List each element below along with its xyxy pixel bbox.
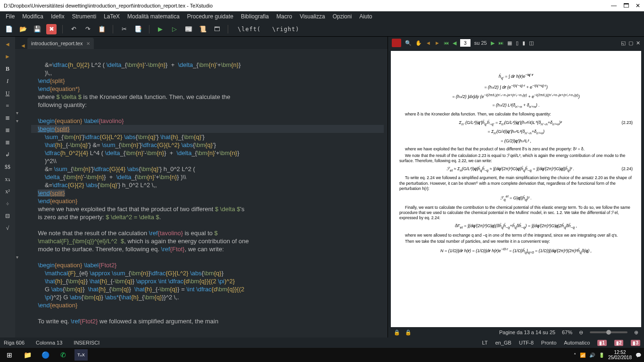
copy-icon[interactable]: 📋 bbox=[97, 24, 107, 34]
pdf-prev-icon[interactable]: ◀ bbox=[453, 40, 456, 46]
pdf-close-icon[interactable]: ✕ bbox=[636, 40, 640, 46]
emph-icon[interactable]: ≡ bbox=[2, 101, 13, 110]
menu-wizards[interactable]: Procedure guidate bbox=[187, 13, 233, 20]
pdf-next-icon[interactable]: ▶ bbox=[491, 40, 495, 46]
pdf-fwd-icon[interactable]: ► bbox=[435, 40, 440, 46]
window-title: D:\Dropbox\Università\tesi dewetting\int… bbox=[4, 3, 213, 8]
menu-options[interactable]: Opzioni bbox=[332, 13, 352, 20]
menu-tools[interactable]: Strumenti bbox=[72, 13, 96, 20]
new-file-icon[interactable]: 📄 bbox=[4, 24, 14, 34]
pdf-text: To write eq. 2.24 we followed a simplifi… bbox=[399, 175, 633, 191]
tray-volume-icon[interactable]: 🔊 bbox=[589, 353, 595, 358]
pdf-cont-icon[interactable]: ▮ bbox=[522, 40, 525, 46]
pdf-record-icon[interactable] bbox=[392, 39, 401, 47]
whatsapp-icon[interactable]: ✆ bbox=[57, 349, 70, 361]
texstudio-icon[interactable]: TₑX bbox=[74, 349, 88, 361]
pdf-equation: N = (1/Ω)∫dr h(r) = (1/Ω)∫dr h(r)e−i0·r … bbox=[399, 247, 633, 255]
align-l-icon[interactable]: ≣ bbox=[2, 113, 13, 123]
pdf-single-icon[interactable]: ▯ bbox=[516, 40, 519, 46]
nav-fwd-icon[interactable]: ► bbox=[2, 52, 13, 61]
pdf-dual-icon[interactable]: ◫ bbox=[529, 40, 534, 46]
menu-edit[interactable]: Modifica bbox=[22, 13, 43, 20]
bookmark-3[interactable]: ▮3 bbox=[631, 340, 640, 346]
windows-taskbar[interactable]: ⊞ 📁 🔵 ✆ TₑX ˄ 📶 🔊 🔋 12:52 25/02/2018 💬 bbox=[0, 348, 644, 362]
menu-help[interactable]: Aiuto bbox=[359, 13, 372, 20]
log-icon[interactable]: 📜 bbox=[198, 24, 208, 34]
code-editor[interactable]: &=\dfrac{h_0}{2} L^2 ( \delta_{\bm{n}'-\… bbox=[15, 49, 388, 337]
pdf-back-icon[interactable]: ◄ bbox=[426, 40, 431, 46]
menu-math[interactable]: Modalità matematica bbox=[127, 13, 180, 20]
status-enc[interactable]: UTF-8 bbox=[519, 340, 534, 346]
dfrac-icon[interactable]: ⊟ bbox=[2, 211, 13, 221]
pdf-text: Finally, we want to calculate the contri… bbox=[399, 205, 633, 221]
status-auto[interactable]: Automatico bbox=[564, 340, 590, 346]
italic-icon[interactable]: I bbox=[2, 76, 13, 86]
menu-latex[interactable]: LaTeX bbox=[104, 13, 120, 20]
tray-battery-icon[interactable]: 🔋 bbox=[599, 353, 604, 358]
tray-clock[interactable]: 12:52 25/02/2018 bbox=[608, 350, 632, 360]
menu-file[interactable]: File bbox=[6, 13, 15, 20]
frac-icon[interactable]: ÷ bbox=[2, 199, 13, 208]
left-paren-snippet[interactable]: \left( bbox=[238, 26, 261, 33]
redo-icon[interactable]: ↷ bbox=[83, 24, 93, 34]
nav-back-icon[interactable]: ◄ bbox=[2, 40, 13, 49]
tray-network-icon[interactable]: 📶 bbox=[580, 353, 586, 358]
close-doc-icon[interactable]: ✖ bbox=[46, 24, 57, 34]
subscript-icon[interactable]: x₁ bbox=[2, 174, 13, 184]
status-mode: INSERISCI bbox=[74, 340, 99, 346]
tray-chevron-icon[interactable]: ˄ bbox=[574, 353, 576, 358]
align-c-icon[interactable]: ≣ bbox=[2, 125, 13, 135]
build-icon[interactable]: ▶ bbox=[155, 24, 165, 34]
viewer-icon[interactable]: 🗔 bbox=[212, 24, 222, 34]
zoom-slider[interactable] bbox=[590, 331, 627, 333]
pdf-enlarge-icon[interactable]: ▢ bbox=[628, 40, 633, 46]
superscript-icon[interactable]: x² bbox=[2, 187, 13, 196]
pdf-view-icon[interactable]: ▦ bbox=[507, 40, 512, 46]
pdf-page[interactable]: ĥq' = ∫ dr h(r)e−iq'·r = (h₀/2) ∫ dr (e−… bbox=[391, 51, 641, 327]
save-icon[interactable]: 💾 bbox=[32, 24, 42, 34]
view-pdf-icon[interactable]: 📰 bbox=[183, 24, 194, 34]
pdf-search-icon[interactable]: 🔍 bbox=[405, 40, 412, 46]
pdf-equation: ĥq' = ∫ dr h(r)e−iq'·r bbox=[399, 73, 633, 81]
underline-icon[interactable]: U bbox=[2, 89, 13, 98]
inline-math-icon[interactable]: $$ bbox=[2, 162, 13, 172]
menu-idefix[interactable]: Idefix bbox=[51, 13, 65, 20]
compile-icon[interactable]: ▷ bbox=[169, 24, 180, 34]
sqrt-icon[interactable]: √ bbox=[2, 223, 13, 233]
window-titlebar: D:\Dropbox\Università\tesi dewetting\int… bbox=[0, 0, 644, 11]
chrome-icon[interactable]: 🔵 bbox=[39, 349, 52, 361]
newline-icon[interactable]: ↲ bbox=[2, 150, 13, 159]
menu-macro[interactable]: Macro bbox=[276, 13, 292, 20]
pdf-window-icon[interactable]: ◱ bbox=[621, 40, 626, 46]
pdf-first-icon[interactable]: ⏮ bbox=[444, 40, 449, 46]
menu-biblio[interactable]: Bibliografia bbox=[241, 13, 269, 20]
zoom-out-icon[interactable]: ⊖ bbox=[579, 329, 583, 336]
window-minimize[interactable]: — bbox=[611, 2, 617, 9]
right-paren-snippet[interactable]: \right) bbox=[272, 26, 299, 33]
start-icon[interactable]: ⊞ bbox=[3, 349, 16, 361]
pdf-last-icon[interactable]: ⏭ bbox=[498, 40, 504, 46]
tab-prev-icon[interactable]: ◄ bbox=[19, 42, 27, 49]
bookmark-1[interactable]: ▮1 bbox=[597, 340, 607, 346]
window-close[interactable]: ✕ bbox=[636, 2, 640, 9]
window-maximize[interactable]: 🗖 bbox=[623, 2, 629, 9]
status-lang[interactable]: en_GB bbox=[495, 340, 511, 346]
menu-view[interactable]: Visualizza bbox=[300, 13, 325, 20]
bold-icon[interactable]: B bbox=[2, 64, 13, 74]
status-lt[interactable]: LT bbox=[482, 340, 487, 346]
paste-icon[interactable]: 📑 bbox=[133, 24, 143, 34]
pdf-page-range: Pagine da 13 a 14 su 25 bbox=[499, 329, 555, 335]
pdf-page-input[interactable] bbox=[460, 39, 471, 47]
pdf-statusbar: 🔒 🔒 Pagine da 13 a 14 su 25 67% ⊖ ⊕ bbox=[388, 327, 644, 337]
editor-tab[interactable]: introduction_report.tex ✕ bbox=[27, 38, 94, 49]
tab-close-icon[interactable]: ✕ bbox=[86, 41, 90, 46]
open-file-icon[interactable]: 📂 bbox=[18, 24, 28, 34]
tray-notifications-icon[interactable]: 💬 bbox=[636, 353, 641, 358]
pdf-hand-icon[interactable]: ✋ bbox=[415, 40, 422, 46]
align-r-icon[interactable]: ≣ bbox=[2, 138, 13, 147]
bookmark-2[interactable]: ▮2 bbox=[614, 340, 624, 346]
zoom-in-icon[interactable]: ⊕ bbox=[634, 329, 638, 336]
cut-icon[interactable]: ✂ bbox=[119, 24, 129, 34]
explorer-icon[interactable]: 📁 bbox=[21, 349, 34, 361]
undo-icon[interactable]: ↶ bbox=[68, 24, 79, 34]
